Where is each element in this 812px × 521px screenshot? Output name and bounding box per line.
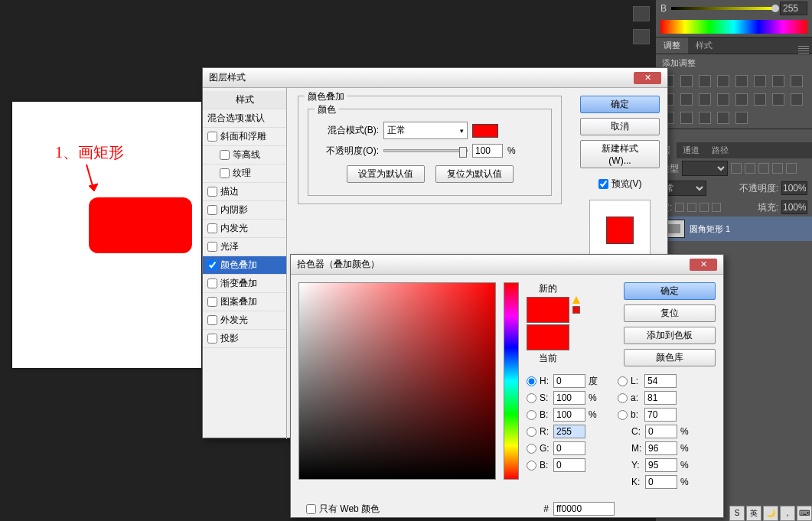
adj-icon[interactable] (680, 93, 693, 106)
g-input[interactable] (553, 441, 585, 455)
y-input[interactable] (645, 458, 677, 472)
lab-b-radio[interactable] (618, 410, 628, 420)
g-radio[interactable] (527, 444, 536, 454)
tab-adjust[interactable]: 调整 (656, 37, 688, 54)
styles-header[interactable]: 样式 (203, 91, 286, 109)
style-item[interactable]: 内阴影 (203, 201, 286, 220)
a-input[interactable] (644, 391, 677, 405)
tab-style[interactable]: 样式 (688, 37, 720, 54)
opacity-input[interactable] (472, 144, 503, 158)
lock-all-icon[interactable] (712, 203, 721, 212)
style-checkbox[interactable] (207, 315, 217, 325)
opacity-input[interactable] (781, 181, 807, 195)
ok-button[interactable]: 确定 (580, 96, 660, 113)
hue-slider[interactable] (504, 282, 519, 480)
filter-adjustment-icon[interactable] (745, 163, 755, 174)
lock-position-icon[interactable] (699, 203, 709, 212)
new-style-button[interactable]: 新建样式(W)... (580, 140, 660, 168)
color-field[interactable] (298, 282, 496, 480)
style-checkbox[interactable] (220, 168, 230, 178)
spectrum-strip[interactable] (660, 20, 807, 34)
tab-channels[interactable]: 通道 (677, 142, 706, 158)
layer-name[interactable]: 圆角矩形 1 (690, 223, 730, 235)
style-checkbox[interactable] (207, 334, 217, 344)
set-default-button[interactable]: 设置为默认值 (347, 165, 425, 183)
tab-paths[interactable]: 路径 (706, 142, 735, 158)
brush-icon[interactable] (633, 6, 650, 21)
color-b-slider[interactable] (671, 7, 775, 10)
style-checkbox[interactable] (207, 205, 217, 215)
adj-icon[interactable] (680, 112, 693, 124)
blend-default-item[interactable]: 混合选项:默认 (203, 109, 286, 128)
adj-icon[interactable] (717, 112, 729, 124)
style-item[interactable]: 内发光 (203, 220, 286, 238)
adj-icon[interactable] (754, 93, 766, 106)
adj-icon[interactable] (699, 75, 711, 87)
style-checkbox[interactable] (207, 132, 217, 142)
color-b-input[interactable] (780, 2, 807, 15)
adj-icon[interactable] (735, 112, 748, 124)
ime-keyboard-icon[interactable]: ⌨ (797, 506, 812, 521)
adj-icon[interactable] (717, 93, 729, 106)
ime-lang-icon[interactable]: 英 (746, 506, 761, 521)
style-item[interactable]: 颜色叠加 (203, 256, 286, 275)
ime-mode-icon[interactable]: 🌙 (763, 506, 778, 521)
reset-default-button[interactable]: 复位为默认值 (435, 165, 514, 183)
dialog-titlebar[interactable]: 图层样式 ✕ (203, 68, 667, 88)
filter-type-icon[interactable] (758, 163, 769, 174)
color-swatch[interactable] (472, 124, 498, 138)
h-radio[interactable] (527, 376, 536, 386)
style-item[interactable]: 图案叠加 (203, 293, 286, 311)
reset-button[interactable]: 复位 (624, 304, 716, 322)
b-input[interactable] (553, 408, 585, 422)
close-icon[interactable]: ✕ (690, 259, 717, 271)
c-input[interactable] (645, 425, 677, 438)
adj-icon[interactable] (717, 75, 729, 87)
lock-paint-icon[interactable] (687, 203, 696, 212)
style-checkbox[interactable] (207, 278, 217, 288)
r-input[interactable] (553, 425, 585, 438)
l-input[interactable] (644, 374, 677, 388)
l-radio[interactable] (618, 376, 628, 386)
ok-button[interactable]: 确定 (624, 282, 716, 300)
adj-icon[interactable] (680, 75, 693, 87)
preview-checkbox[interactable] (598, 179, 608, 189)
style-checkbox[interactable] (220, 150, 230, 160)
add-swatch-button[interactable]: 添加到色板 (624, 327, 716, 344)
b2-radio[interactable] (527, 461, 536, 471)
b-radio[interactable] (527, 410, 536, 420)
lock-transparent-icon[interactable] (675, 203, 684, 212)
adj-icon[interactable] (791, 75, 803, 87)
options-icon[interactable] (633, 29, 650, 44)
cancel-button[interactable]: 取消 (580, 118, 660, 135)
ime-punct-icon[interactable]: ， (780, 506, 795, 521)
style-checkbox[interactable] (207, 242, 217, 252)
layer-row[interactable]: 圆角矩形 1 (656, 217, 812, 241)
style-checkbox[interactable] (207, 187, 217, 197)
ime-icon[interactable]: S (729, 506, 745, 521)
a-radio[interactable] (618, 393, 628, 403)
style-checkbox[interactable] (207, 223, 217, 233)
adj-icon[interactable] (735, 93, 748, 106)
websafe-warning-icon[interactable] (572, 306, 580, 314)
filter-shape-icon[interactable] (772, 163, 783, 174)
adj-icon[interactable] (735, 75, 748, 87)
style-checkbox[interactable] (207, 260, 217, 270)
style-item[interactable]: 纹理 (203, 164, 286, 183)
dialog-titlebar[interactable]: 拾色器（叠加颜色） ✕ (291, 255, 723, 275)
color-lib-button[interactable]: 颜色库 (624, 349, 716, 366)
m-input[interactable] (645, 441, 677, 455)
kind-select[interactable] (682, 161, 728, 176)
adj-icon[interactable] (699, 93, 711, 106)
adj-icon[interactable] (754, 75, 766, 87)
adj-icon[interactable] (699, 112, 711, 124)
r-radio[interactable] (527, 427, 536, 437)
hex-input[interactable] (553, 502, 615, 516)
style-item[interactable]: 投影 (203, 330, 286, 348)
s-radio[interactable] (527, 393, 536, 403)
style-item[interactable]: 光泽 (203, 238, 286, 256)
blend-mode-combo[interactable]: 正常 (383, 122, 468, 139)
style-checkbox[interactable] (207, 297, 217, 307)
h-input[interactable] (553, 374, 585, 388)
k-input[interactable] (645, 475, 677, 489)
